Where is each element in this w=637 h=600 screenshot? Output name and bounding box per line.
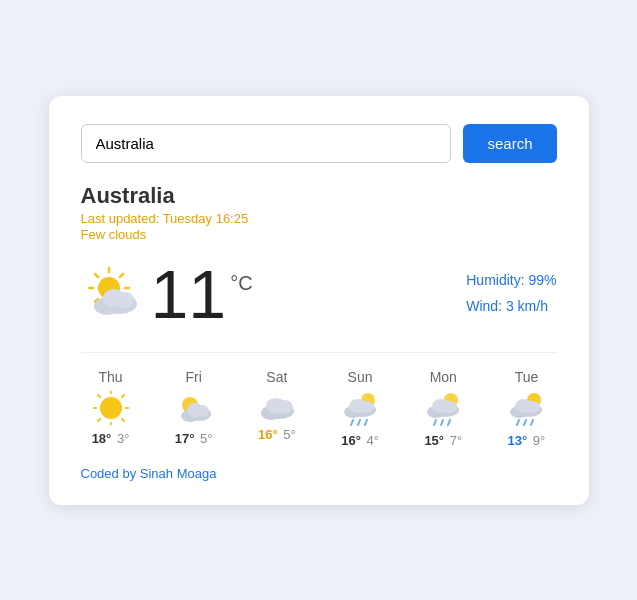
svg-line-21	[98, 419, 100, 421]
condition: Few clouds	[81, 227, 557, 242]
forecast-icon-sat	[257, 391, 297, 421]
weather-details: Humidity: 99% Wind: 3 km/h	[466, 268, 556, 318]
forecast-sat: Sat 16° 5°	[247, 369, 307, 448]
svg-point-35	[358, 401, 374, 413]
svg-line-52	[517, 420, 519, 425]
svg-point-51	[524, 401, 540, 413]
search-input[interactable]	[81, 124, 452, 163]
current-temp: 11	[151, 260, 227, 328]
temp-block: 11 °C	[151, 260, 253, 328]
forecast-fri: Fri 17° 5°	[164, 369, 224, 448]
forecast-icon-sun	[340, 391, 380, 427]
forecast-thu: Thu 18° 3°	[81, 369, 141, 448]
current-weather-icon	[81, 264, 151, 324]
svg-line-46	[448, 420, 450, 425]
forecast-icon-fri	[174, 391, 214, 425]
svg-point-43	[441, 401, 457, 413]
forecast-row: Thu 18° 3° Fri	[81, 352, 557, 448]
day-sun: Sun	[348, 369, 373, 385]
search-row: search	[81, 124, 557, 163]
svg-line-37	[358, 420, 360, 425]
footer-text: by Sinah Moaga	[122, 466, 216, 481]
forecast-sun: Sun 16° 4°	[330, 369, 390, 448]
day-thu: Thu	[98, 369, 122, 385]
forecast-mon: Mon 15° 7°	[413, 369, 473, 448]
forecast-temps-sun: 16° 4°	[341, 433, 379, 448]
day-fri: Fri	[186, 369, 202, 385]
svg-line-20	[122, 395, 124, 397]
svg-point-26	[195, 405, 209, 417]
weather-card: search Australia Last updated: Tuesday 1…	[49, 96, 589, 505]
footer: Coded by Sinah Moaga	[81, 466, 557, 481]
svg-line-44	[434, 420, 436, 425]
current-weather: 11 °C Humidity: 99% Wind: 3 km/h	[81, 260, 557, 328]
svg-point-13	[100, 397, 122, 419]
svg-line-38	[365, 420, 367, 425]
svg-line-19	[122, 419, 124, 421]
search-button[interactable]: search	[463, 124, 556, 163]
day-mon: Mon	[430, 369, 457, 385]
location-name: Australia	[81, 183, 557, 209]
forecast-icon-thu	[92, 391, 130, 425]
svg-line-53	[524, 420, 526, 425]
svg-line-36	[351, 420, 353, 425]
forecast-temps-fri: 17° 5°	[175, 431, 213, 446]
svg-point-12	[116, 292, 134, 308]
forecast-temps-thu: 18° 3°	[92, 431, 130, 446]
forecast-temps-mon: 15° 7°	[424, 433, 462, 448]
forecast-temps-sat: 16° 5°	[258, 427, 296, 442]
last-updated: Last updated: Tuesday 16:25	[81, 211, 557, 226]
forecast-temps-tue: 13° 9°	[508, 433, 546, 448]
svg-line-45	[441, 420, 443, 425]
forecast-tue: Tue 13° 9°	[496, 369, 556, 448]
forecast-icon-tue	[506, 391, 546, 427]
svg-point-30	[275, 400, 293, 414]
temp-unit: °C	[230, 272, 252, 295]
svg-line-7	[120, 274, 123, 277]
svg-line-54	[531, 420, 533, 425]
day-tue: Tue	[515, 369, 539, 385]
wind: Wind: 3 km/h	[466, 294, 556, 319]
forecast-icon-mon	[423, 391, 463, 427]
footer-link[interactable]: Coded	[81, 466, 123, 481]
day-sat: Sat	[266, 369, 287, 385]
svg-line-18	[98, 395, 100, 397]
humidity: Humidity: 99%	[466, 268, 556, 293]
svg-line-5	[95, 274, 98, 277]
